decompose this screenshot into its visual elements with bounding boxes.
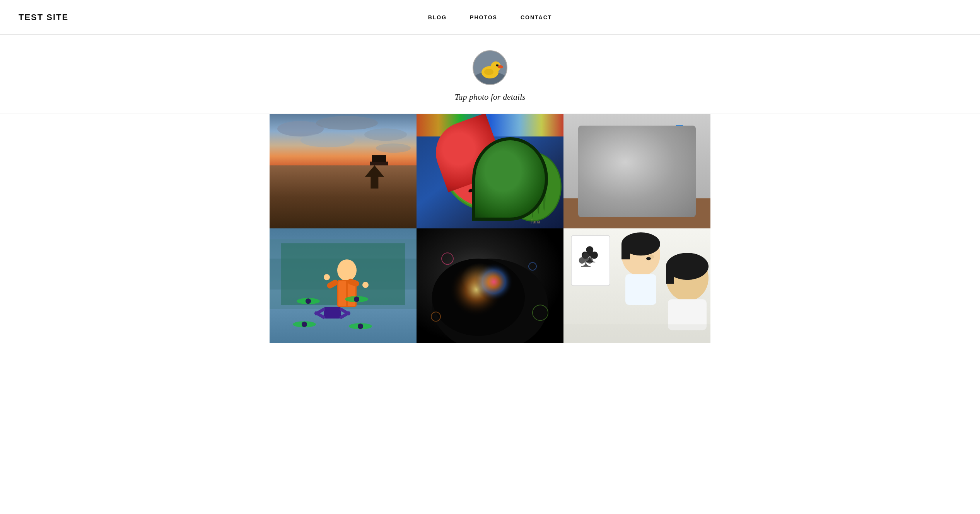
- svg-rect-57: [671, 134, 688, 144]
- svg-rect-21: [382, 163, 384, 185]
- svg-rect-41: [563, 114, 710, 228]
- duck-icon: [473, 51, 507, 84]
- svg-rect-43: [594, 167, 680, 198]
- svg-rect-103: [625, 274, 656, 305]
- svg-rect-42: [563, 198, 710, 228]
- svg-rect-18: [270, 204, 417, 209]
- svg-point-39: [543, 164, 546, 211]
- svg-rect-108: [563, 325, 710, 343]
- svg-point-10: [316, 116, 378, 130]
- svg-point-44: [592, 185, 620, 212]
- svg-rect-58: [676, 125, 683, 136]
- tap-text: Tap photo for details: [454, 92, 525, 102]
- svg-point-7: [484, 69, 493, 75]
- svg-point-84: [302, 322, 307, 327]
- svg-point-37: [537, 160, 540, 214]
- site-title: TEST SITE: [19, 12, 68, 22]
- svg-text:3: 3: [627, 184, 630, 189]
- svg-point-13: [376, 143, 411, 153]
- avatar[interactable]: [473, 50, 507, 85]
- svg-rect-17: [270, 194, 417, 200]
- svg-point-12: [300, 133, 355, 147]
- svg-rect-50: [602, 152, 625, 169]
- kids-image: ♣: [563, 228, 710, 343]
- svg-text:1: 1: [621, 177, 624, 183]
- svg-marker-24: [376, 185, 384, 191]
- svg-rect-67: [338, 281, 346, 306]
- svg-point-14: [297, 171, 389, 194]
- site-header: TEST SITE BLOG PHOTOS CONTACT: [0, 0, 980, 35]
- main-nav: BLOG PHOTOS CONTACT: [428, 14, 552, 20]
- svg-text:♣: ♣: [581, 239, 599, 269]
- drone-image: [270, 228, 417, 343]
- nav-contact[interactable]: CONTACT: [521, 14, 552, 20]
- svg-rect-73: [324, 307, 341, 319]
- svg-rect-26: [417, 114, 563, 136]
- svg-point-35: [525, 160, 528, 214]
- svg-rect-106: [666, 267, 674, 284]
- dark-image: [417, 228, 563, 343]
- svg-rect-59: [641, 163, 658, 175]
- svg-point-83: [354, 297, 359, 302]
- photo-grid: Jana: [270, 114, 710, 343]
- svg-point-5: [496, 64, 499, 66]
- svg-point-29: [485, 165, 490, 169]
- svg-point-82: [306, 299, 311, 304]
- svg-rect-19: [270, 212, 417, 216]
- svg-rect-54: [623, 182, 634, 191]
- svg-point-90: [475, 263, 513, 301]
- svg-point-31: [492, 179, 497, 183]
- svg-point-48: [657, 187, 679, 209]
- photo-kids[interactable]: ♣: [563, 228, 710, 343]
- svg-rect-23: [372, 155, 386, 162]
- photo-sunset[interactable]: [270, 114, 417, 228]
- svg-point-6: [497, 65, 498, 65]
- robot-image: 1 3: [563, 114, 710, 228]
- svg-rect-20: [374, 163, 376, 185]
- photo-robot[interactable]: 1 3: [563, 114, 710, 228]
- svg-point-36: [531, 156, 534, 218]
- svg-rect-56: [676, 136, 683, 167]
- svg-point-28: [476, 177, 481, 181]
- profile-section: Tap photo for details: [0, 35, 980, 114]
- svg-point-11: [364, 128, 407, 141]
- svg-point-71: [324, 274, 330, 281]
- svg-rect-16: [270, 183, 417, 228]
- svg-point-38: [519, 164, 522, 211]
- svg-point-65: [337, 260, 357, 281]
- svg-point-32: [458, 179, 464, 184]
- svg-rect-22: [370, 162, 388, 167]
- photo-watermelon[interactable]: Jana: [417, 114, 563, 228]
- svg-rect-51: [631, 154, 650, 169]
- svg-point-85: [358, 324, 363, 329]
- svg-point-46: [603, 195, 609, 201]
- svg-rect-60: [660, 162, 676, 169]
- svg-point-4: [498, 65, 503, 68]
- watermelon-image: Jana: [417, 114, 563, 228]
- svg-point-47: [654, 185, 681, 212]
- photo-drone[interactable]: [270, 228, 417, 343]
- nav-photos[interactable]: PHOTOS: [470, 14, 497, 20]
- svg-point-49: [665, 195, 671, 201]
- svg-rect-52: [618, 175, 629, 185]
- svg-point-102: [646, 257, 651, 260]
- svg-point-27: [464, 165, 470, 170]
- photo-dark[interactable]: [417, 228, 563, 343]
- svg-text:Jana: Jana: [531, 219, 541, 225]
- nav-blog[interactable]: BLOG: [428, 14, 447, 20]
- svg-rect-100: [621, 244, 630, 260]
- photo-grid-container: Jana: [0, 114, 980, 343]
- svg-point-45: [595, 187, 617, 209]
- svg-rect-15: [270, 181, 417, 185]
- sunset-image: [270, 114, 417, 228]
- svg-point-72: [362, 282, 369, 288]
